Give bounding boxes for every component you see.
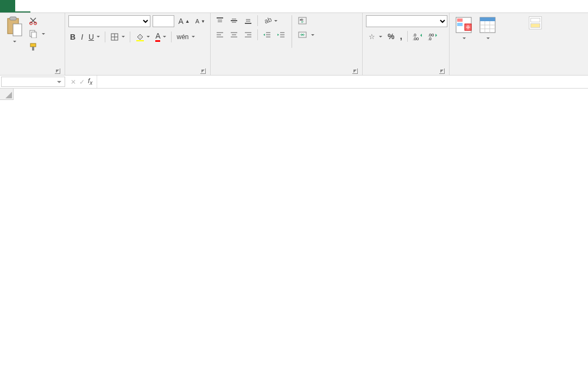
cut-button[interactable] bbox=[27, 15, 47, 26]
align-top-icon bbox=[216, 16, 224, 25]
font-group-label bbox=[68, 73, 207, 75]
bold-button[interactable]: B bbox=[68, 32, 77, 42]
cell-styles-gallery[interactable] bbox=[529, 16, 542, 29]
svg-rect-2 bbox=[13, 24, 22, 36]
style-normal[interactable] bbox=[530, 18, 540, 22]
align-top-button[interactable] bbox=[214, 15, 226, 26]
dec-decimal-icon: .00.0 bbox=[428, 32, 438, 41]
border-icon bbox=[110, 33, 119, 41]
select-all-corner[interactable] bbox=[0, 89, 14, 100]
svg-rect-53 bbox=[480, 17, 495, 21]
comma-button[interactable]: , bbox=[398, 30, 403, 42]
clipboard-group-label bbox=[3, 73, 61, 75]
accept-formula-icon: ✓ bbox=[79, 78, 85, 86]
svg-rect-8 bbox=[32, 47, 34, 51]
font-size-input[interactable] bbox=[153, 15, 174, 27]
tab-home[interactable] bbox=[15, 0, 30, 12]
wrap-text-button[interactable]: ab bbox=[296, 15, 316, 26]
svg-rect-48 bbox=[457, 23, 463, 26]
spreadsheet-grid bbox=[0, 89, 588, 370]
conditional-format-button[interactable] bbox=[453, 15, 475, 42]
increase-decimal-button[interactable]: .0.00 bbox=[411, 31, 424, 42]
svg-text:☆: ☆ bbox=[369, 33, 375, 41]
outdent-icon bbox=[263, 30, 271, 39]
insert-function-button[interactable]: fx bbox=[88, 77, 92, 86]
bucket-icon bbox=[135, 33, 144, 41]
paste-icon bbox=[5, 16, 23, 37]
tab-formulas[interactable] bbox=[61, 0, 76, 12]
cond-format-icon bbox=[455, 16, 472, 34]
tab-view[interactable] bbox=[106, 0, 122, 12]
wrap-icon: ab bbox=[298, 16, 307, 25]
currency-icon: ☆ bbox=[368, 32, 376, 41]
merge-icon bbox=[298, 30, 307, 39]
align-middle-button[interactable] bbox=[228, 15, 240, 26]
accounting-format-button[interactable]: ☆ bbox=[366, 31, 384, 42]
tab-file[interactable] bbox=[0, 0, 15, 12]
formula-input[interactable] bbox=[97, 76, 588, 88]
orientation-button[interactable]: ab bbox=[261, 15, 279, 26]
underline-button[interactable]: U bbox=[87, 32, 102, 42]
cancel-formula-icon: ✕ bbox=[71, 78, 76, 86]
dialog-launcher-icon[interactable] bbox=[439, 68, 445, 74]
align-right-button[interactable] bbox=[242, 29, 254, 40]
formula-bar: ✕ ✓ fx bbox=[0, 76, 588, 89]
orientation-icon: ab bbox=[263, 16, 271, 25]
merge-center-button[interactable] bbox=[296, 29, 316, 40]
align-middle-icon bbox=[230, 16, 238, 25]
format-painter-button[interactable] bbox=[27, 41, 47, 52]
format-table-button[interactable] bbox=[477, 15, 498, 42]
dialog-launcher-icon[interactable] bbox=[55, 68, 60, 74]
svg-text:.0: .0 bbox=[428, 36, 432, 41]
tab-insert[interactable] bbox=[30, 0, 46, 12]
align-left-icon bbox=[216, 30, 224, 39]
svg-rect-7 bbox=[30, 43, 36, 47]
svg-rect-47 bbox=[457, 18, 463, 22]
brush-icon bbox=[29, 42, 37, 51]
tab-layout[interactable] bbox=[46, 0, 61, 12]
dialog-launcher-icon[interactable] bbox=[352, 68, 358, 74]
align-center-button[interactable] bbox=[228, 29, 240, 40]
style-moderate[interactable] bbox=[530, 23, 540, 28]
indent-icon bbox=[277, 30, 286, 39]
increase-font-button[interactable]: A▲ bbox=[176, 16, 191, 27]
percent-button[interactable]: % bbox=[386, 31, 396, 42]
svg-text:ab: ab bbox=[300, 18, 304, 21]
decrease-font-button[interactable]: A▼ bbox=[194, 17, 207, 26]
styles-group-label bbox=[453, 66, 522, 75]
svg-text:ab: ab bbox=[263, 16, 271, 25]
number-group-label bbox=[366, 73, 446, 75]
svg-rect-6 bbox=[31, 32, 36, 38]
dialog-launcher-icon[interactable] bbox=[200, 68, 206, 74]
name-box[interactable] bbox=[1, 77, 65, 87]
phonetic-button[interactable]: wén bbox=[175, 32, 196, 42]
scissors-icon bbox=[29, 16, 37, 25]
align-group-label bbox=[214, 73, 359, 75]
tab-developer[interactable] bbox=[122, 0, 137, 12]
font-name-select[interactable] bbox=[68, 15, 150, 27]
align-bottom-button[interactable] bbox=[242, 15, 254, 26]
svg-text:.00: .00 bbox=[413, 36, 419, 41]
inc-decimal-icon: .0.00 bbox=[413, 32, 422, 41]
ribbon: A▲ A▼ B I U A wén bbox=[0, 13, 588, 76]
border-button[interactable] bbox=[109, 32, 127, 42]
align-bottom-icon bbox=[244, 16, 252, 25]
increase-indent-button[interactable] bbox=[275, 29, 287, 40]
font-color-button[interactable]: A bbox=[154, 30, 168, 43]
paste-button[interactable] bbox=[3, 15, 25, 45]
decrease-decimal-button[interactable]: .00.0 bbox=[426, 31, 439, 42]
align-left-button[interactable] bbox=[214, 29, 226, 40]
align-center-icon bbox=[230, 30, 238, 39]
tab-review[interactable] bbox=[91, 0, 106, 12]
svg-rect-1 bbox=[10, 17, 16, 20]
decrease-indent-button[interactable] bbox=[261, 29, 273, 40]
copy-button[interactable] bbox=[27, 28, 47, 39]
menu-bar bbox=[0, 0, 588, 13]
align-right-icon bbox=[244, 30, 252, 39]
italic-button[interactable]: I bbox=[79, 32, 85, 42]
number-format-select[interactable] bbox=[366, 15, 447, 27]
table-format-icon bbox=[479, 16, 496, 34]
copy-icon bbox=[29, 29, 37, 38]
tab-data[interactable] bbox=[76, 0, 91, 12]
fill-color-button[interactable] bbox=[134, 32, 151, 42]
